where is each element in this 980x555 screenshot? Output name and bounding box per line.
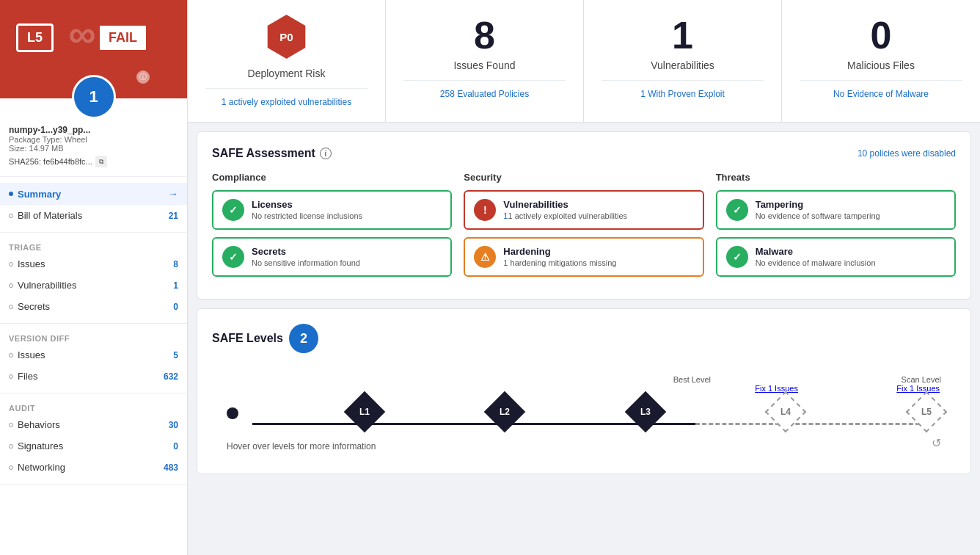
hardening-card: ⚠ Hardening 1 hardening mitigations miss… — [464, 237, 703, 277]
hero-fail-badge: FAIL — [98, 23, 148, 52]
sidebar-item-networking[interactable]: Networking 483 — [0, 457, 187, 478]
secrets-title: Secrets — [252, 246, 360, 257]
levels-footer: Hover over levels for more information ↺ — [227, 434, 941, 451]
hardening-text: Hardening 1 hardening mitigations missin… — [503, 246, 616, 267]
fix-l5-link[interactable]: Fix 1 Issues — [896, 384, 940, 393]
malware-title: Malware — [756, 246, 876, 257]
sidebar-item-vd-issues[interactable]: Issues 5 — [0, 344, 187, 366]
sidebar-item-vulnerabilities[interactable]: Vulnerabilities 1 — [0, 275, 187, 296]
malicious-files-value: 0 — [871, 15, 892, 57]
vd-files-count: 632 — [164, 371, 178, 382]
hero-number-badge: 1 — [72, 75, 116, 119]
vulnerabilities-assess-title: Vulnerabilities — [503, 199, 627, 210]
hero-panel: L5 ∞ FAIL ⓘ 1 — [0, 0, 187, 98]
level-l5-node[interactable]: L5 — [912, 397, 941, 427]
vulnerabilities-link[interactable]: 1 With Proven Exploit — [640, 89, 725, 99]
behaviors-count: 30 — [169, 420, 178, 430]
nav-audit-section: AUDIT Behaviors 30 Signatures 0 Networki… — [0, 393, 187, 485]
malicious-files-label: Malicious Files — [847, 59, 915, 71]
scan-level-label: Scan Level — [902, 375, 941, 384]
licenses-card: ✓ Licenses No restricted license inclusi… — [212, 190, 452, 230]
deployment-risk-card: P0 Deployment Risk 1 actively exploited … — [188, 0, 386, 122]
safe-assessment-header: SAFE Assessment i 10 policies were disab… — [212, 147, 956, 160]
assessment-info-icon[interactable]: i — [320, 148, 332, 159]
l4-diamond-icon: L4 — [765, 391, 807, 433]
copy-sha-button[interactable]: ⧉ — [95, 156, 107, 167]
malware-status-icon: ✓ — [726, 246, 748, 268]
tampering-sub: No evidence of software tampering — [756, 211, 880, 220]
sidebar-item-bom[interactable]: Bill of Materials 21 — [0, 205, 187, 226]
sidebar-item-signatures[interactable]: Signatures 0 — [0, 435, 187, 457]
dot-icon — [9, 214, 13, 218]
issues-found-card: 8 Issues Found 258 Evaluated Policies — [386, 0, 584, 122]
level-l2-node[interactable]: L2 — [490, 397, 519, 427]
secrets-status-icon: ✓ — [222, 246, 244, 268]
issues-found-value: 8 — [474, 15, 495, 57]
behaviors-label: Behaviors — [18, 419, 60, 430]
dot-icon — [9, 283, 13, 288]
p0-icon: P0 — [265, 15, 309, 59]
arrow-icon: → — [168, 188, 178, 200]
hardening-title: Hardening — [503, 246, 616, 257]
deployment-risk-link[interactable]: 1 actively exploited vulnerabilities — [222, 97, 351, 107]
sidebar-item-issues[interactable]: Issues 8 — [0, 253, 187, 275]
tampering-text: Tampering No evidence of software tamper… — [756, 199, 880, 220]
deployment-risk-footer: 1 actively exploited vulnerabilities — [205, 88, 368, 107]
tampering-card: ✓ Tampering No evidence of software tamp… — [716, 190, 956, 230]
levels-track: Best Level Scan Level Fix 1 Issues Fix 1… — [212, 368, 956, 459]
level-l3-node[interactable]: L3 — [631, 397, 660, 427]
level-l4-node[interactable]: L4 — [771, 397, 800, 427]
issues-found-footer: 258 Evaluated Policies — [403, 80, 566, 99]
vd-files-label: Files — [18, 371, 37, 382]
malicious-files-link[interactable]: No Evidence of Malware — [833, 89, 929, 99]
issues-found-link[interactable]: 258 Evaluated Policies — [440, 89, 529, 99]
vulnerabilities-count: 1 — [173, 280, 178, 291]
secrets-card: ✓ Secrets No sensitive information found — [212, 237, 452, 277]
signatures-count: 0 — [173, 441, 178, 451]
dot-icon — [9, 192, 13, 196]
levels-hint: Hover over levels for more information — [227, 441, 376, 451]
compliance-col: Compliance ✓ Licenses No restricted lice… — [212, 172, 452, 284]
safe-assessment-panel: SAFE Assessment i 10 policies were disab… — [197, 131, 971, 300]
dot-icon — [9, 423, 13, 427]
networking-count: 483 — [164, 462, 178, 473]
vulnerabilities-status-icon: ! — [474, 199, 496, 221]
tampering-status-icon: ✓ — [726, 199, 748, 221]
dot-icon — [9, 353, 13, 358]
dot-icon — [9, 305, 13, 309]
level-l1-node[interactable]: L1 — [350, 397, 379, 427]
issues-label: Issues — [18, 258, 45, 269]
levels-nodes: L1 L2 L3 L4 — [227, 397, 941, 427]
sidebar-item-secrets[interactable]: Secrets 0 — [0, 296, 187, 317]
vulnerabilities-assess-sub: 11 actively exploited vulnerabilities — [503, 211, 627, 220]
safe-levels-title: SAFE Levels — [212, 332, 283, 345]
policies-disabled-link[interactable]: 10 policies were disabled — [858, 148, 956, 159]
version-diff-header: VERSION DIFF — [0, 330, 187, 344]
info-icon[interactable]: ⓘ — [136, 70, 150, 84]
fix-l4-link[interactable]: Fix 1 Issues — [755, 384, 798, 393]
dot-icon — [9, 444, 13, 449]
hardening-sub: 1 hardening mitigations missing — [503, 258, 616, 267]
nav-versiondiff-section: VERSION DIFF Issues 5 Files 632 — [0, 324, 187, 393]
sidebar-item-vd-files[interactable]: Files 632 — [0, 366, 187, 387]
deployment-risk-label: Deployment Risk — [248, 68, 326, 79]
nav-triage-section: TRIAGE Issues 8 Vulnerabilities 1 Secret… — [0, 233, 187, 324]
secrets-count: 0 — [173, 302, 178, 312]
threats-col: Threats ✓ Tampering No evidence of softw… — [716, 172, 956, 284]
refresh-icon[interactable]: ↺ — [932, 436, 941, 450]
compliance-title: Compliance — [212, 172, 452, 183]
malware-card: ✓ Malware No evidence of malware inclusi… — [716, 237, 956, 277]
sidebar-item-behaviors[interactable]: Behaviors 30 — [0, 414, 187, 435]
l3-diamond-icon: L3 — [624, 391, 666, 433]
vd-issues-count: 5 — [173, 350, 178, 360]
dot-icon — [9, 465, 13, 470]
safe-levels-header: SAFE Levels 2 — [212, 324, 956, 353]
hero-level-badge: L5 — [16, 23, 54, 52]
sidebar-item-summary[interactable]: Summary → — [0, 183, 187, 205]
bom-count: 21 — [169, 211, 178, 221]
assessment-grid: Compliance ✓ Licenses No restricted lice… — [212, 172, 956, 284]
vulnerabilities-card: 1 Vulnerabilities 1 With Proven Exploit — [584, 0, 782, 122]
vulnerabilities-label: Vulnerabilities — [18, 280, 76, 291]
safe-assessment-title: SAFE Assessment i — [212, 147, 332, 160]
dot-icon — [9, 374, 13, 379]
